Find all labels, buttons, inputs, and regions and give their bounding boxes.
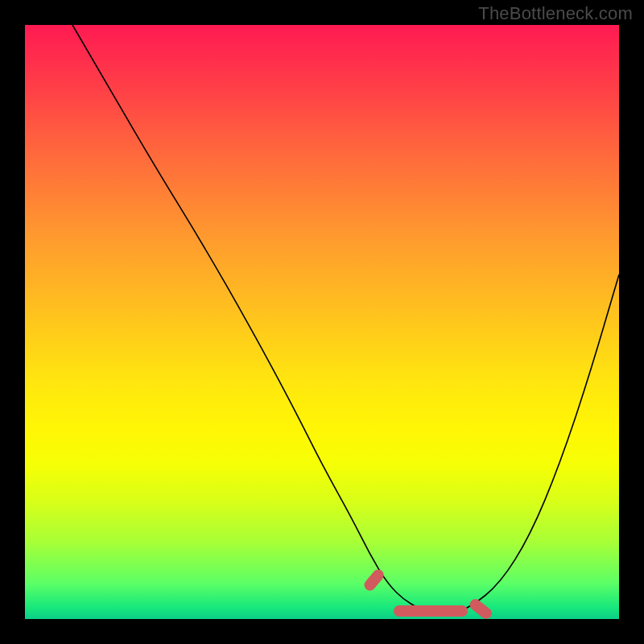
optimal-range-segment-mid [394, 605, 468, 617]
chart-svg [25, 25, 619, 619]
bottleneck-curve [72, 25, 619, 613]
chart-plot-area [25, 25, 619, 619]
watermark-text: TheBottleneck.com [478, 3, 633, 24]
